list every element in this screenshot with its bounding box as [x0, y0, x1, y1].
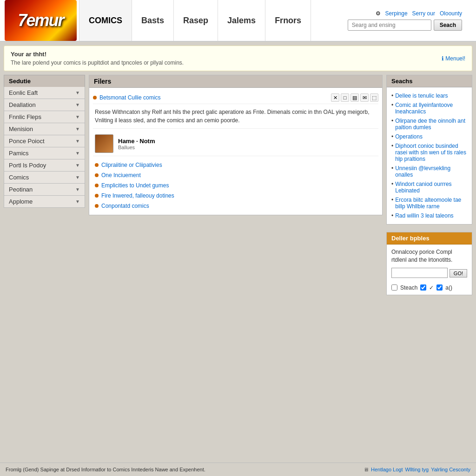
logo-text: 7emur	[18, 11, 63, 30]
ao-checkbox[interactable]	[420, 284, 426, 291]
top-link-oloounty[interactable]: Oloounty	[440, 10, 462, 17]
square-icon[interactable]: □	[341, 93, 349, 102]
search-link-item: Operations	[391, 132, 467, 141]
filter-item: Betsmonat Cullie comics ✕ □ ▤ ✉ ⬚	[93, 92, 378, 104]
nav-item-comics[interactable]: COMICS	[79, 0, 132, 41]
list-item[interactable]: Fire Inwered, falleouy dotines	[95, 191, 377, 201]
description-area: Resse Withncaton shy Relf ant hils the p…	[93, 104, 378, 129]
sidebar-item-deallation[interactable]: Deallation ▼	[4, 99, 85, 111]
navigation: COMICS Basts Rasep Jalems Frnors	[77, 0, 348, 41]
gear-icon: ⚙	[376, 10, 381, 17]
search-link-item: Dellee is tenulic lears	[391, 91, 467, 100]
source-details: Hame · Notm Ballues	[118, 138, 155, 150]
steach-checkbox[interactable]	[391, 284, 397, 291]
searches-title: Seachs	[387, 75, 472, 87]
bullet-icon	[95, 204, 99, 208]
source-sub: Ballues	[118, 145, 155, 150]
source-info: Hame · Notm Ballues	[93, 132, 378, 156]
search-link[interactable]: Operations	[391, 133, 467, 140]
chevron-down-icon: ▼	[75, 102, 80, 107]
search-link-item: Diphoort conioc businded rasei with sln …	[391, 141, 467, 164]
deller-body: Onnalcocy porice Compl rtdlenl and the l…	[387, 245, 472, 295]
mail-icon[interactable]: ✉	[360, 93, 369, 102]
source-name: Hame · Notm	[118, 138, 155, 145]
search-link[interactable]: Olirpane dee the oinnolh ant paltion dum…	[391, 118, 467, 131]
footer-link-heritage[interactable]: Hentlago Logt	[371, 467, 403, 472]
footer: Fromlg (Gend) Sapinge at Drsed Informatl…	[0, 463, 476, 476]
deller-go-button[interactable]: GO!	[450, 269, 467, 278]
search-link[interactable]: Unnesiin @levrsekling onalles	[391, 165, 467, 178]
bullet-icon	[95, 194, 99, 198]
search-button[interactable]: Seach	[434, 20, 462, 31]
searches-section: Seachs Dellee is tenulic lears Comic at …	[386, 75, 472, 225]
sidebar-item-comics[interactable]: Comics ▼	[4, 172, 85, 184]
nav-item-basts[interactable]: Basts	[132, 0, 174, 41]
footer-right: 🖥 Hentlago Logt Wllting tyg Yalrling Ces…	[364, 467, 470, 472]
sidebar-item-peotinan[interactable]: Peotinan ▼	[4, 184, 85, 196]
deller-description: Onnalcocy porice Compl rtdlenl and the l…	[391, 248, 467, 264]
footer-left-text: Fromlg (Gend) Sapinge at Drsed Informatl…	[6, 467, 205, 472]
source-thumbnail	[95, 134, 113, 153]
search-link[interactable]: Windort caniod ourrres Lebinated	[391, 181, 467, 194]
list-item[interactable]: One Inciuement	[95, 170, 377, 180]
list-icon[interactable]: ▤	[350, 93, 359, 102]
sidebar-item-pamics[interactable]: Pamics ▼	[4, 147, 85, 159]
filter-link[interactable]: Betsmonat Cullie comics	[99, 94, 160, 101]
top-link-serry[interactable]: Serry our	[412, 10, 435, 17]
header: 7emur COMICS Basts Rasep Jalems Frnors ⚙…	[0, 0, 476, 42]
sidebar-item-fnnlic[interactable]: Fnnlic Fleps ▼	[4, 111, 85, 123]
chevron-down-icon: ▼	[75, 126, 80, 132]
search-link[interactable]: Ercora biitc alteomoole tae billp Whllbl…	[391, 197, 467, 210]
sidebar-item-applome[interactable]: Applome ▼	[4, 196, 85, 208]
logo[interactable]: 7emur	[5, 0, 77, 41]
search-link-item: Rad willin 3 leal taleons	[391, 211, 467, 220]
list-item[interactable]: Emplicities to Undet gumes	[95, 180, 377, 191]
center-content: Filers Betsmonat Cullie comics ✕ □ ▤ ✉ ⬚…	[89, 75, 383, 295]
chevron-down-icon: ▼	[75, 151, 80, 156]
alert-bar: Your ar thht! The lare polend your comic…	[4, 46, 472, 71]
chevron-down-icon: ▼	[75, 90, 80, 95]
alert-menu-button[interactable]: ℹ Menuel!	[442, 55, 465, 62]
sidebar-item-menision[interactable]: Menision ▼	[4, 123, 85, 135]
list-item[interactable]: Conpontatd comics	[95, 201, 377, 211]
sidebar-title: Sedutie	[4, 75, 85, 87]
chevron-down-icon: ▼	[75, 187, 80, 192]
chevron-down-icon: ▼	[75, 139, 80, 144]
close-icon[interactable]: ✕	[331, 93, 339, 102]
list-item[interactable]: Clipraiitine or Cliipativies	[95, 160, 377, 170]
top-link-serpinge[interactable]: Serpinge	[385, 10, 408, 17]
right-sidebar: Seachs Dellee is tenulic lears Comic at …	[386, 75, 472, 295]
nav-item-rasep[interactable]: Rasep	[174, 0, 218, 41]
search-link[interactable]: Diphoort conioc businded rasei with sln …	[391, 143, 467, 162]
sidebar-item-portl[interactable]: Portl ls Podoy ▼	[4, 159, 85, 172]
second-checkbox[interactable]	[436, 284, 443, 291]
filters-body: Betsmonat Cullie comics ✕ □ ▤ ✉ ⬚ Resse …	[89, 88, 382, 215]
main-content: Sedutie Eonlic Eaft ▼ Deallation ▼ Fnnli…	[4, 75, 472, 295]
nav-item-frnors[interactable]: Frnors	[265, 0, 311, 41]
bullet-icon	[93, 96, 97, 99]
filters-header: Filers	[89, 75, 382, 88]
chevron-down-icon: ▼	[75, 114, 80, 119]
checkmark-icon: ✓	[429, 284, 434, 291]
deller-title: Deller bpbles	[387, 232, 472, 245]
search-link[interactable]: Rad willin 3 leal taleons	[391, 212, 467, 219]
deller-section: Deller bpbles Onnalcocy porice Compl rtd…	[386, 232, 472, 295]
sidebar-item-ponce[interactable]: Ponce Poioct ▼	[4, 135, 85, 147]
filter-icons: ✕ □ ▤ ✉ ⬚	[331, 93, 378, 102]
search-input[interactable]	[348, 20, 431, 31]
deller-input[interactable]	[391, 268, 448, 278]
second-label: a()	[445, 284, 452, 291]
chevron-down-icon: ▼	[75, 199, 80, 204]
content-list: Clipraiitine or Cliipativies One Inciuem…	[93, 160, 378, 211]
sidebar-item-eonlic[interactable]: Eonlic Eaft ▼	[4, 87, 85, 99]
grid-icon[interactable]: ⬚	[370, 93, 378, 102]
bullet-icon	[95, 173, 99, 177]
nav-item-jalems[interactable]: Jalems	[218, 0, 265, 41]
bullet-icon	[95, 184, 99, 187]
deller-checkboxes: Steach ✓ a()	[391, 284, 467, 291]
footer-link-yalrling[interactable]: Yalrling Cesconty	[431, 467, 470, 472]
footer-link-wllting[interactable]: Wllting tyg	[405, 467, 429, 472]
search-link[interactable]: Comic at llyeinfantoove lneahcaniics	[391, 102, 467, 115]
search-link[interactable]: Dellee is tenulic lears	[391, 93, 467, 99]
search-area: Seach	[348, 20, 467, 31]
